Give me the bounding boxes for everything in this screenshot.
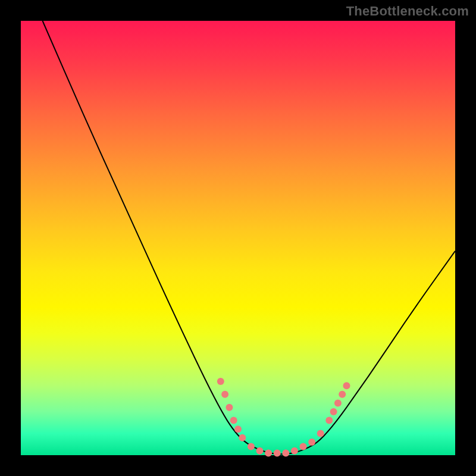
highlight-dot [221, 391, 228, 398]
highlight-dot [339, 391, 346, 398]
highlight-dot [217, 378, 224, 385]
bottleneck-curve [43, 21, 456, 454]
highlight-dot [343, 382, 350, 389]
highlight-dot [325, 417, 333, 424]
highlight-dot [248, 443, 255, 450]
highlight-dot [330, 408, 337, 415]
highlight-dot [230, 417, 237, 424]
highlight-dot [265, 449, 272, 456]
highlight-dot [274, 449, 281, 456]
highlight-dot [226, 404, 233, 411]
highlight-dot [256, 447, 264, 455]
highlight-dot [300, 443, 307, 450]
highlight-dot [234, 425, 242, 433]
highlight-dot [239, 434, 246, 441]
watermark-label: TheBottleneck.com [346, 4, 469, 19]
highlight-dot [308, 439, 315, 446]
chart-frame: TheBottleneck.com [0, 0, 476, 476]
highlight-dots-group [217, 378, 350, 457]
highlight-dot [317, 430, 324, 437]
highlight-dot [291, 447, 298, 455]
plot-area [21, 21, 455, 455]
highlight-dot [334, 399, 342, 406]
curve-svg [21, 21, 455, 455]
highlight-dot [282, 449, 289, 456]
